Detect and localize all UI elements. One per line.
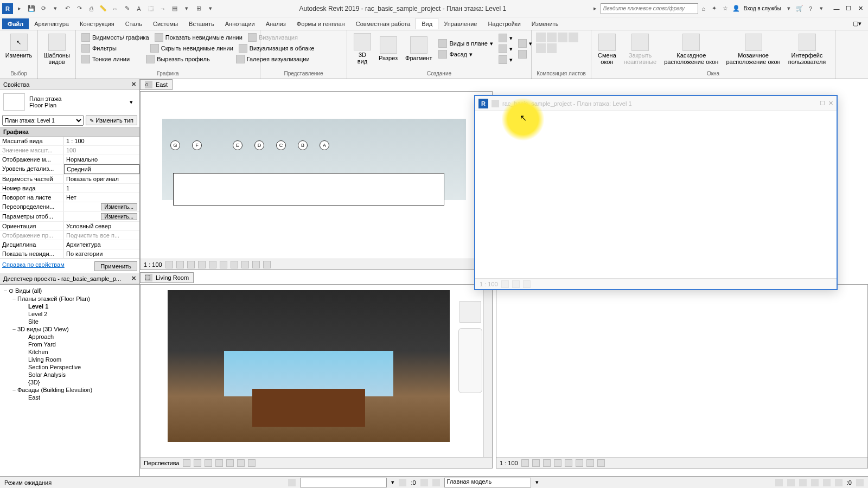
hide-hidden-button[interactable]: Скрыть невидимые линии — [149, 43, 234, 53]
persp-label[interactable]: Перспектива — [144, 460, 180, 466]
tab-collab[interactable]: Совместная работа — [350, 18, 416, 29]
prop-row[interactable]: Отображение м...Нормально — [0, 155, 139, 164]
prop-row[interactable]: Номер вида1 — [0, 184, 139, 193]
filters-button[interactable]: Фильтры — [80, 43, 118, 53]
sb6-icon[interactable] — [835, 479, 843, 486]
comp4-icon[interactable] — [569, 33, 578, 42]
dim-icon[interactable]: ↔ — [110, 3, 120, 14]
east-view-canvas[interactable]: G F E D C B A 1 : 100 — [140, 91, 493, 270]
help-dd-icon[interactable]: ▾ — [816, 3, 827, 14]
view-templates-button[interactable]: Шаблоны видов — [42, 33, 71, 66]
vtb10-icon[interactable] — [263, 261, 271, 268]
tab-manage[interactable]: Управление — [438, 18, 482, 29]
tab-massing[interactable]: Формы и генплан — [291, 18, 350, 29]
login-label[interactable]: Вход в службы — [742, 5, 783, 11]
app-menu-icon[interactable]: R — [2, 3, 13, 14]
tile-button[interactable]: Мозаичное расположение окон — [724, 33, 782, 66]
text-icon[interactable]: A — [133, 3, 144, 14]
open-icon[interactable]: ▸ — [14, 3, 25, 14]
close-window-icon[interactable]: ✕ — [855, 4, 866, 13]
prop-row[interactable]: ОриентацияУсловный север — [0, 222, 139, 231]
tab-steel[interactable]: Сталь — [120, 18, 148, 29]
floating-view-window[interactable]: R rac_basic_sample_project - План этажа:… — [474, 95, 838, 290]
3d-view-button[interactable]: 3D вид — [352, 32, 373, 66]
edit-type-button[interactable]: ✎ Изменить тип — [86, 115, 137, 125]
prop-row[interactable]: Параметры отоб...Изменить... — [0, 212, 139, 222]
minimize-icon[interactable]: — — [831, 4, 842, 13]
measure-icon[interactable]: 📏 — [98, 3, 108, 14]
vtb2-icon[interactable] — [176, 261, 184, 268]
sb-do-icon[interactable] — [420, 479, 428, 486]
prop-row[interactable]: Показать невиди...По категории — [0, 249, 139, 259]
search-arrow-icon[interactable]: ▸ — [590, 3, 601, 14]
tree-living[interactable]: Living Room — [2, 356, 137, 363]
ui-button[interactable]: Интерфейс пользователя — [786, 33, 828, 66]
cut-profile-button[interactable]: Вырезать профиль — [145, 54, 211, 64]
tab-arch[interactable]: Архитектура — [29, 18, 74, 29]
tree-level2[interactable]: Level 2 — [2, 310, 137, 318]
vtb7-icon[interactable] — [231, 261, 238, 268]
rvtb4-icon[interactable] — [554, 459, 561, 467]
tree-east[interactable]: East — [2, 394, 137, 401]
callout-button[interactable]: Фрагмент — [403, 35, 434, 62]
float-max-icon[interactable]: ☐ — [820, 100, 825, 107]
close-browser-icon[interactable]: ✕ — [131, 275, 136, 282]
view-cube[interactable] — [459, 301, 481, 323]
tree-fromyard[interactable]: From Yard — [2, 341, 137, 348]
lvtb3-icon[interactable] — [205, 459, 212, 467]
visibility-button[interactable]: Видимость/ графика — [80, 33, 150, 42]
tab-systems[interactable]: Системы — [148, 18, 183, 29]
prop-row[interactable]: Переопределени...Изменить... — [0, 202, 139, 212]
right-view-canvas[interactable]: 1 : 100 — [496, 284, 868, 468]
tab-struct[interactable]: Конструкция — [74, 18, 120, 29]
keyshot-icon[interactable]: ⌂ — [698, 3, 709, 14]
lvtb6-icon[interactable] — [237, 459, 245, 467]
sb-filter-icon[interactable] — [856, 479, 864, 486]
sched-button[interactable]: ▾ — [517, 38, 533, 48]
type-selector[interactable]: План этажа Floor Plan ▾ — [0, 90, 139, 114]
properties-help-link[interactable]: Справка по свойствам — [2, 261, 65, 271]
vtb3-icon[interactable] — [187, 261, 195, 268]
filter-icon[interactable]: ▤ — [169, 3, 180, 14]
user-icon[interactable]: 👤 — [731, 3, 742, 14]
dd-icon[interactable]: ▾ — [50, 3, 61, 14]
prop-row[interactable]: Масштаб вида1 : 100 — [0, 137, 139, 146]
sb-worksets-icon[interactable] — [288, 479, 296, 486]
lvtb5-icon[interactable] — [226, 459, 234, 467]
redo-icon[interactable]: ↷ — [74, 3, 85, 14]
tab-modify[interactable]: Изменить — [526, 18, 564, 29]
vtb8-icon[interactable] — [241, 261, 249, 268]
prop-row[interactable]: Уровень детализ...Средний — [0, 164, 139, 175]
elevation-button[interactable]: Фасад▾ — [437, 49, 494, 59]
save-icon[interactable]: 💾 — [26, 3, 37, 14]
undo-icon[interactable]: ↶ — [62, 3, 73, 14]
prop-row[interactable]: Поворот на листеНет — [0, 193, 139, 202]
living-vscroll[interactable] — [483, 285, 492, 457]
show-hidden-button[interactable]: Показать невидимые линии — [154, 33, 244, 42]
floating-titlebar[interactable]: R rac_basic_sample_project - План этажа:… — [475, 96, 837, 111]
nav-wheel[interactable] — [458, 328, 482, 393]
sb2-icon[interactable] — [787, 479, 795, 486]
help-icon[interactable]: ? — [805, 3, 816, 14]
sb4-icon[interactable] — [811, 479, 819, 486]
sync-icon[interactable]: ⟳ — [38, 3, 49, 14]
dup-button[interactable]: ▾ — [497, 44, 514, 54]
leg-button[interactable]: ▾ — [497, 55, 514, 65]
vtb6-icon[interactable] — [220, 261, 227, 268]
ribbon-min-icon[interactable]: ▢▾ — [853, 20, 861, 27]
float-close-icon[interactable]: ✕ — [828, 100, 833, 107]
login-dd-icon[interactable]: ▾ — [783, 3, 794, 14]
apply-button[interactable]: Применить — [94, 261, 137, 271]
comp1-icon[interactable] — [536, 33, 546, 42]
arrow-icon[interactable]: → — [157, 3, 168, 14]
prop-row[interactable]: ДисциплинаАрхитектура — [0, 240, 139, 249]
section-button[interactable]: Разрез — [376, 35, 400, 62]
tab-annot[interactable]: Аннотации — [220, 18, 260, 29]
sb-ef-icon[interactable] — [399, 479, 406, 486]
comp3-icon[interactable] — [558, 33, 567, 42]
project-browser[interactable]: −⊙ Виды (all) −Планы этажей (Floor Plan)… — [0, 284, 139, 476]
dd3-icon[interactable]: ▾ — [205, 3, 216, 14]
scope-button[interactable] — [517, 49, 533, 59]
tree-section[interactable]: Section Perspective — [2, 363, 137, 371]
thin-lines-button[interactable]: Тонкие линии — [80, 54, 131, 64]
